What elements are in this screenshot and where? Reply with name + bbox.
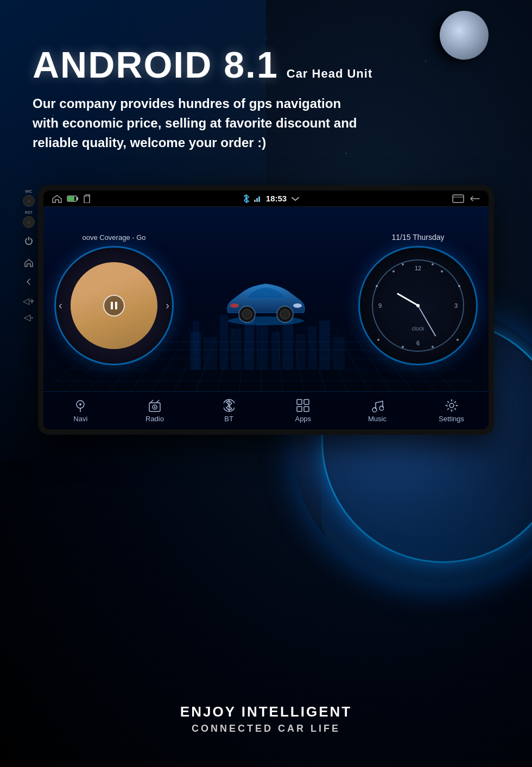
settings-icon	[445, 398, 459, 413]
svg-rect-41	[297, 400, 302, 404]
svg-point-27	[293, 303, 302, 308]
next-button[interactable]: ›	[166, 299, 169, 312]
svg-point-45	[372, 408, 377, 412]
main-title-row: ANDROID 8.1 Car Head Unit	[33, 43, 372, 86]
svg-point-47	[449, 403, 454, 408]
status-time: 18:53	[266, 194, 287, 203]
navi-icon	[73, 398, 87, 413]
rst-button[interactable]: ○	[23, 216, 35, 228]
clock-container: 11/15 Thursday 12 3 6 9	[358, 233, 478, 365]
clock-circle: 12 3 6 9	[358, 246, 478, 365]
nav-item-apps[interactable]: Apps	[281, 398, 325, 423]
date-display: 11/15 Thursday	[358, 233, 478, 242]
svg-rect-23	[333, 337, 345, 370]
svg-rect-1	[77, 197, 78, 200]
rst-label: RST	[25, 211, 33, 214]
svg-rect-42	[304, 400, 309, 404]
clock-dot	[458, 285, 460, 287]
clock-dot	[441, 270, 443, 272]
brand-subtitle: Car Head Unit	[287, 67, 372, 81]
status-center: 18:53	[243, 194, 300, 203]
sd-card-icon	[83, 194, 91, 203]
tagline-sub: CONNECTED CAR LIFE	[0, 723, 532, 734]
clock-center	[416, 304, 420, 307]
device-wrapper: MIC ○ RST ○	[33, 185, 499, 435]
main-content: ANDROID 8.1 Car Head Unit Our company pr…	[0, 0, 532, 767]
nav-item-bt[interactable]: BT	[207, 398, 251, 423]
car-display	[174, 277, 358, 321]
back-side-button[interactable]	[23, 276, 35, 288]
svg-rect-6	[254, 200, 256, 202]
clock-dot	[402, 263, 404, 265]
mic-label: MIC	[26, 189, 33, 193]
nav-label-navi: Navi	[73, 415, 87, 423]
status-right	[452, 194, 480, 203]
media-player-container: oove Coverage - Go ‹ ›	[54, 233, 174, 365]
home-button[interactable]	[23, 257, 35, 269]
svg-rect-20	[296, 334, 306, 370]
nav-label-apps: Apps	[295, 415, 311, 423]
clock-dot	[402, 346, 404, 348]
car-image	[217, 277, 315, 321]
svg-rect-17	[256, 324, 268, 370]
clock-dot	[432, 263, 434, 265]
play-pause-button[interactable]	[103, 295, 125, 316]
svg-rect-7	[256, 198, 258, 202]
back-arrow-icon	[470, 195, 480, 202]
prev-button[interactable]: ‹	[59, 299, 62, 312]
svg-rect-15	[231, 329, 242, 370]
power-button[interactable]	[23, 235, 35, 247]
svg-point-37	[154, 407, 155, 408]
status-left	[52, 194, 91, 203]
status-bar: 18:53	[43, 191, 489, 207]
media-circle[interactable]: ‹ ›	[54, 246, 174, 365]
svg-rect-25	[115, 302, 117, 309]
svg-rect-8	[258, 196, 260, 202]
svg-rect-9	[453, 195, 464, 202]
svg-point-34	[79, 403, 81, 405]
volume-down-button[interactable]: ◁-	[23, 311, 35, 323]
nav-label-settings: Settings	[439, 415, 464, 423]
pause-icon	[109, 301, 119, 310]
svg-rect-24	[111, 302, 113, 309]
music-icon	[371, 398, 384, 413]
signal-icon	[254, 195, 262, 202]
svg-rect-22	[319, 321, 330, 370]
brand-title: ANDROID 8.1	[33, 43, 278, 86]
svg-rect-2	[68, 196, 74, 201]
nav-item-music[interactable]: Music	[356, 398, 399, 423]
main-display: oove Coverage - Go ‹ ›	[43, 207, 489, 391]
clock-dot	[376, 285, 378, 287]
tagline-main: ENJOY INTELLIGENT	[0, 703, 532, 720]
svg-rect-12	[193, 321, 199, 370]
svg-rect-18	[271, 332, 280, 370]
track-info: oove Coverage - Go	[54, 233, 174, 242]
apps-icon	[296, 398, 310, 413]
nav-label-music: Music	[368, 415, 387, 423]
svg-point-30	[242, 309, 252, 319]
clock-dot	[377, 339, 379, 341]
svg-rect-13	[204, 337, 217, 370]
clock-dot	[392, 270, 395, 272]
title-area: ANDROID 8.1 Car Head Unit Our company pr…	[33, 43, 372, 153]
clock-text-label: clock	[412, 326, 425, 332]
expand-icon	[291, 196, 300, 201]
volume-up-button[interactable]: ◁+	[23, 295, 35, 307]
svg-rect-43	[297, 407, 302, 411]
home-status-icon	[52, 194, 62, 203]
nav-label-bt: BT	[224, 415, 233, 423]
svg-point-46	[379, 406, 384, 410]
radio-icon	[148, 398, 162, 413]
mic-button[interactable]: ○	[23, 195, 35, 207]
nav-item-radio[interactable]: Radio	[133, 398, 176, 423]
nav-item-settings[interactable]: Settings	[430, 398, 473, 423]
home-icon	[24, 258, 33, 267]
svg-point-28	[230, 303, 239, 308]
svg-point-32	[280, 309, 290, 319]
bt-icon-nav	[224, 398, 235, 413]
nav-item-navi[interactable]: Navi	[59, 398, 102, 423]
bluetooth-status-icon	[243, 194, 250, 203]
svg-rect-44	[304, 407, 309, 411]
bottom-nav: Navi Radio	[43, 391, 489, 429]
clock-dot	[432, 346, 434, 348]
